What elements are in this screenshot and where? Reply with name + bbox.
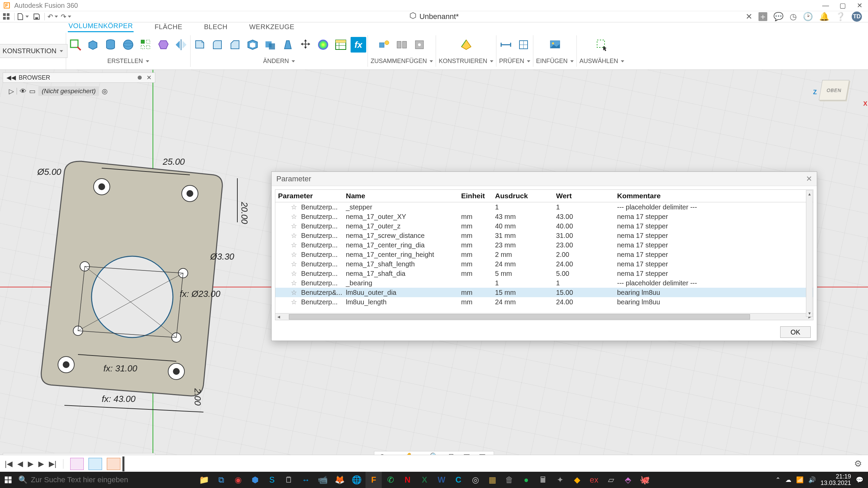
workspace-dropdown[interactable]: KONSTRUKTION [0, 44, 67, 58]
app-vscode[interactable]: ⧉ [213, 472, 229, 488]
avatar[interactable]: TD [852, 12, 862, 22]
search-input[interactable] [31, 475, 173, 484]
app-trash[interactable]: 🗑 [501, 472, 517, 488]
table-row[interactable]: Benutzerp...lm8uu_lengthmm24 mm24.00bear… [275, 297, 813, 307]
construct-plane-icon[interactable] [458, 37, 474, 53]
fillet-icon[interactable] [210, 37, 225, 53]
app-spotify[interactable]: ● [518, 472, 534, 488]
timeline-feature-2[interactable] [88, 458, 102, 470]
combine-icon[interactable] [262, 37, 278, 53]
dialog-close-button[interactable]: ✕ [806, 175, 812, 183]
table-row[interactable]: Benutzerp...nema_17_outer_XYmm43 mm43.00… [275, 212, 813, 221]
tab-blech[interactable]: BLECH [203, 22, 228, 32]
presspull-icon[interactable] [192, 37, 208, 53]
timeline-feature-3[interactable] [107, 458, 120, 470]
tray-cloud-icon[interactable]: ☁ [785, 476, 791, 484]
timeline-prev-button[interactable]: ◀ [17, 460, 23, 468]
app-explorer[interactable]: 📁 [196, 472, 212, 488]
table-row[interactable]: Benutzerp&...lm8uu_outer_diamm15 mm15.00… [275, 288, 813, 297]
file-menu-button[interactable] [17, 12, 29, 22]
app-misc5[interactable]: ⬘ [620, 472, 636, 488]
tray-expand-icon[interactable]: ⌃ [775, 476, 781, 484]
table-row[interactable]: Benutzerp..._bearing11--- placeholder de… [275, 278, 813, 288]
app-wot[interactable]: ✦ [552, 472, 568, 488]
new-tab-button[interactable]: ＋ [758, 12, 767, 21]
app-chrome[interactable]: 🌐 [349, 472, 365, 488]
vertical-scrollbar[interactable]: ▴ ▾ [806, 190, 813, 317]
ok-button[interactable]: OK [780, 326, 811, 338]
data-panel-button[interactable] [1, 12, 12, 22]
measure-icon[interactable] [498, 37, 514, 53]
window-close-button[interactable]: ✕ [851, 0, 868, 11]
timeline-settings-icon[interactable]: ⚙ [854, 459, 862, 469]
section-icon[interactable] [516, 37, 531, 53]
window-minimize-button[interactable]: — [817, 0, 834, 11]
table-row[interactable]: Benutzerp...nema_17_center_ring_diamm23 … [275, 240, 813, 250]
collapse-icon[interactable]: ◀◀ [6, 74, 16, 81]
notifications-icon[interactable]: 🔔 [819, 12, 829, 21]
table-row[interactable]: Benutzerp...nema_17_center_ring_heightmm… [275, 250, 813, 259]
jobs-icon[interactable]: 🕑 [803, 12, 813, 21]
draft-icon[interactable] [280, 37, 296, 53]
timeline-feature-1[interactable] [70, 458, 84, 470]
col-parameter[interactable]: Parameter [275, 190, 343, 202]
app-zoom[interactable]: 📹 [315, 472, 331, 488]
app-obs[interactable]: ◎ [467, 472, 484, 488]
app-cura[interactable]: C [450, 472, 467, 488]
timeline-marker[interactable] [122, 456, 124, 471]
box-icon[interactable] [85, 37, 101, 53]
taskbar-search[interactable]: 🔍 [16, 472, 186, 488]
app-misc4[interactable]: ▱ [603, 472, 619, 488]
tray-volume-icon[interactable]: 🔊 [808, 476, 816, 484]
parameters-icon[interactable] [333, 37, 349, 53]
app-netflix[interactable]: N [399, 472, 416, 488]
viewcube[interactable]: OBEN X Z [821, 80, 858, 110]
tab-flaeche[interactable]: FLÄCHE [154, 22, 183, 32]
table-row[interactable]: Benutzerp...nema_17_outer_zmm40 mm40.00n… [275, 221, 813, 231]
extrude-hex-icon[interactable] [156, 37, 171, 53]
col-name[interactable]: Name [343, 190, 458, 202]
canvas[interactable]: ◀◀ BROWSER ✕ ▷ 👁 ▭ (Nicht gespeichert) ◎ [0, 70, 868, 466]
app-misc2[interactable]: ◆ [569, 472, 585, 488]
help-icon[interactable]: ❔ [835, 12, 846, 21]
browser-header[interactable]: ◀◀ BROWSER ✕ [3, 73, 155, 83]
tray-notifications-icon[interactable]: 💬 [856, 476, 863, 484]
move-icon[interactable] [298, 37, 313, 53]
app-word[interactable]: W [433, 472, 450, 488]
app-3d[interactable]: ⬢ [247, 472, 263, 488]
tray-wifi-icon[interactable]: 📶 [796, 476, 804, 484]
app-epic[interactable]: ◉ [230, 472, 246, 488]
col-ausdruck[interactable]: Ausdruck [492, 190, 553, 202]
timeline-start-button[interactable]: |◀ [5, 460, 13, 468]
group-label-aendern[interactable]: ÄNDERN [262, 56, 296, 67]
target-icon[interactable]: ◎ [102, 87, 107, 95]
app-misc1[interactable]: ▦ [484, 472, 500, 488]
app-firefox[interactable]: 🦊 [332, 472, 348, 488]
group-label-auswaehlen[interactable]: AUSWÄHLEN [578, 56, 626, 67]
table-row[interactable]: Benutzerp...nema_17_shaft_lengthmm24 mm2… [275, 259, 813, 269]
group-label-einfuegen[interactable]: EINFÜGEN [535, 56, 575, 67]
expand-icon[interactable]: ▷ [9, 87, 14, 95]
pattern-icon[interactable] [138, 37, 154, 53]
appearance-icon[interactable] [315, 37, 331, 53]
col-wert[interactable]: Wert [553, 190, 614, 202]
joint-origin-icon[interactable] [412, 37, 427, 53]
app-calc[interactable]: 🖩 [535, 472, 551, 488]
app-teamviewer[interactable]: ↔ [298, 472, 314, 488]
horizontal-scrollbar[interactable]: ◂▸ [275, 313, 813, 320]
joint-icon[interactable] [376, 37, 392, 53]
table-row[interactable]: Benutzerp...nema_17_shaft_diamm5 mm5.00n… [275, 269, 813, 278]
insert-image-icon[interactable] [547, 37, 563, 53]
select-icon[interactable] [594, 37, 610, 53]
cylinder-icon[interactable] [103, 37, 118, 53]
fx-icon[interactable]: fx [351, 37, 366, 53]
shell-icon[interactable] [245, 37, 260, 53]
chamfer-icon[interactable] [227, 37, 243, 53]
app-excel[interactable]: X [416, 472, 433, 488]
group-label-erstellen[interactable]: ERSTELLEN [106, 56, 150, 67]
sphere-icon[interactable] [120, 37, 136, 53]
close-tab-button[interactable]: ✕ [746, 12, 752, 21]
undo-button[interactable]: ↶ [47, 12, 58, 22]
app-whatsapp[interactable]: ✆ [382, 472, 399, 488]
timeline-end-button[interactable]: ▶| [49, 460, 57, 468]
